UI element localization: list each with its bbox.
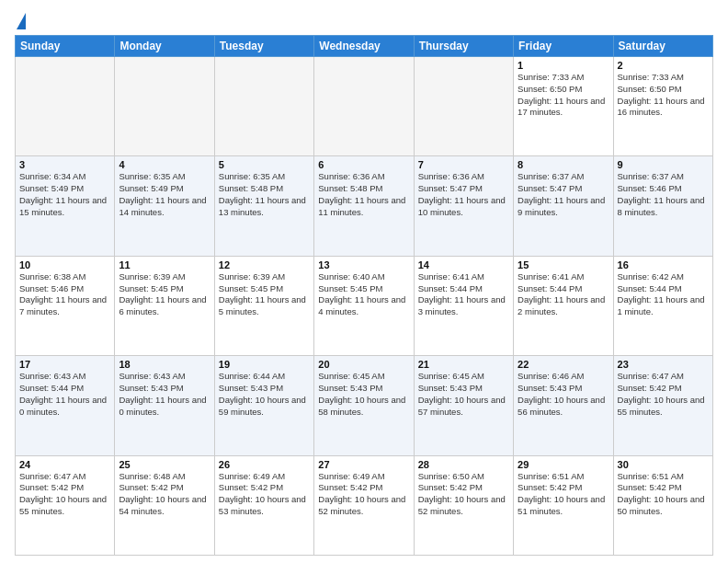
day-number: 14 [418, 259, 509, 270]
logo [15, 15, 26, 28]
day-number: 4 [119, 159, 210, 170]
day-info: Sunrise: 6:50 AM Sunset: 5:42 PM Dayligh… [418, 471, 509, 518]
day-number: 18 [119, 359, 210, 370]
day-info: Sunrise: 6:36 AM Sunset: 5:47 PM Dayligh… [418, 171, 509, 218]
day-cell: 30Sunrise: 6:51 AM Sunset: 5:42 PM Dayli… [613, 455, 712, 555]
calendar: SundayMondayTuesdayWednesdayThursdayFrid… [15, 35, 713, 556]
day-number: 27 [318, 459, 409, 470]
day-cell: 19Sunrise: 6:44 AM Sunset: 5:43 PM Dayli… [214, 356, 313, 455]
day-info: Sunrise: 7:33 AM Sunset: 6:50 PM Dayligh… [618, 72, 709, 119]
day-info: Sunrise: 6:37 AM Sunset: 5:47 PM Dayligh… [518, 171, 609, 218]
day-cell: 4Sunrise: 6:35 AM Sunset: 5:49 PM Daylig… [115, 156, 214, 256]
day-cell: 20Sunrise: 6:45 AM Sunset: 5:43 PM Dayli… [314, 356, 414, 455]
day-cell: 12Sunrise: 6:39 AM Sunset: 5:45 PM Dayli… [214, 256, 313, 355]
day-info: Sunrise: 6:34 AM Sunset: 5:49 PM Dayligh… [19, 171, 110, 218]
day-info: Sunrise: 6:46 AM Sunset: 5:43 PM Dayligh… [518, 371, 609, 418]
day-cell: 9Sunrise: 6:37 AM Sunset: 5:46 PM Daylig… [613, 156, 712, 256]
day-number: 12 [219, 259, 310, 270]
weekday-header-row: SundayMondayTuesdayWednesdayThursdayFrid… [16, 36, 713, 57]
day-cell [314, 57, 414, 156]
day-info: Sunrise: 6:43 AM Sunset: 5:43 PM Dayligh… [119, 371, 210, 418]
day-number: 2 [618, 60, 709, 71]
day-cell: 25Sunrise: 6:48 AM Sunset: 5:42 PM Dayli… [115, 455, 214, 555]
day-cell: 26Sunrise: 6:49 AM Sunset: 5:42 PM Dayli… [214, 455, 313, 555]
day-number: 19 [219, 359, 310, 370]
day-cell: 15Sunrise: 6:41 AM Sunset: 5:44 PM Dayli… [514, 256, 613, 355]
weekday-header-tuesday: Tuesday [214, 36, 313, 57]
day-cell: 18Sunrise: 6:43 AM Sunset: 5:43 PM Dayli… [115, 356, 214, 455]
day-info: Sunrise: 6:51 AM Sunset: 5:42 PM Dayligh… [618, 471, 709, 518]
day-info: Sunrise: 6:47 AM Sunset: 5:42 PM Dayligh… [618, 371, 709, 418]
day-number: 29 [518, 459, 609, 470]
day-cell: 21Sunrise: 6:45 AM Sunset: 5:43 PM Dayli… [414, 356, 513, 455]
day-cell [115, 57, 214, 156]
day-cell: 13Sunrise: 6:40 AM Sunset: 5:45 PM Dayli… [314, 256, 414, 355]
day-info: Sunrise: 6:49 AM Sunset: 5:42 PM Dayligh… [219, 471, 310, 518]
day-cell: 28Sunrise: 6:50 AM Sunset: 5:42 PM Dayli… [414, 455, 513, 555]
day-number: 22 [518, 359, 609, 370]
day-cell: 10Sunrise: 6:38 AM Sunset: 5:46 PM Dayli… [16, 256, 115, 355]
week-row-1: 1Sunrise: 7:33 AM Sunset: 6:50 PM Daylig… [16, 57, 713, 156]
week-row-3: 10Sunrise: 6:38 AM Sunset: 5:46 PM Dayli… [16, 256, 713, 355]
day-cell: 14Sunrise: 6:41 AM Sunset: 5:44 PM Dayli… [414, 256, 513, 355]
day-cell: 2Sunrise: 7:33 AM Sunset: 6:50 PM Daylig… [613, 57, 712, 156]
day-cell: 27Sunrise: 6:49 AM Sunset: 5:42 PM Dayli… [314, 455, 414, 555]
day-info: Sunrise: 6:42 AM Sunset: 5:44 PM Dayligh… [618, 271, 709, 318]
page: SundayMondayTuesdayWednesdayThursdayFrid… [0, 0, 728, 563]
day-number: 23 [618, 359, 709, 370]
header [15, 11, 713, 28]
day-info: Sunrise: 6:38 AM Sunset: 5:46 PM Dayligh… [19, 271, 110, 318]
day-number: 30 [618, 459, 709, 470]
day-cell: 7Sunrise: 6:36 AM Sunset: 5:47 PM Daylig… [414, 156, 513, 256]
day-info: Sunrise: 6:49 AM Sunset: 5:42 PM Dayligh… [318, 471, 409, 518]
day-cell: 1Sunrise: 7:33 AM Sunset: 6:50 PM Daylig… [514, 57, 613, 156]
day-cell: 29Sunrise: 6:51 AM Sunset: 5:42 PM Dayli… [514, 455, 613, 555]
day-number: 26 [219, 459, 310, 470]
day-cell: 6Sunrise: 6:36 AM Sunset: 5:48 PM Daylig… [314, 156, 414, 256]
day-number: 24 [19, 459, 110, 470]
day-cell [414, 57, 513, 156]
day-info: Sunrise: 6:40 AM Sunset: 5:45 PM Dayligh… [318, 271, 409, 318]
day-info: Sunrise: 6:43 AM Sunset: 5:44 PM Dayligh… [19, 371, 110, 418]
day-number: 3 [19, 159, 110, 170]
day-number: 8 [518, 159, 609, 170]
week-row-5: 24Sunrise: 6:47 AM Sunset: 5:42 PM Dayli… [16, 455, 713, 555]
day-number: 1 [518, 60, 609, 71]
day-number: 16 [618, 259, 709, 270]
day-number: 17 [19, 359, 110, 370]
weekday-header-friday: Friday [514, 36, 613, 57]
day-number: 6 [318, 159, 409, 170]
day-info: Sunrise: 6:39 AM Sunset: 5:45 PM Dayligh… [219, 271, 310, 318]
logo-triangle-icon [17, 13, 26, 29]
day-cell: 5Sunrise: 6:35 AM Sunset: 5:48 PM Daylig… [214, 156, 313, 256]
day-cell: 11Sunrise: 6:39 AM Sunset: 5:45 PM Dayli… [115, 256, 214, 355]
day-info: Sunrise: 6:51 AM Sunset: 5:42 PM Dayligh… [518, 471, 609, 518]
day-number: 20 [318, 359, 409, 370]
weekday-header-monday: Monday [115, 36, 214, 57]
day-info: Sunrise: 6:44 AM Sunset: 5:43 PM Dayligh… [219, 371, 310, 418]
day-info: Sunrise: 6:47 AM Sunset: 5:42 PM Dayligh… [19, 471, 110, 518]
day-cell: 17Sunrise: 6:43 AM Sunset: 5:44 PM Dayli… [16, 356, 115, 455]
day-info: Sunrise: 6:41 AM Sunset: 5:44 PM Dayligh… [518, 271, 609, 318]
day-info: Sunrise: 6:39 AM Sunset: 5:45 PM Dayligh… [119, 271, 210, 318]
day-info: Sunrise: 6:35 AM Sunset: 5:49 PM Dayligh… [119, 171, 210, 218]
day-cell: 16Sunrise: 6:42 AM Sunset: 5:44 PM Dayli… [613, 256, 712, 355]
day-number: 9 [618, 159, 709, 170]
day-cell: 22Sunrise: 6:46 AM Sunset: 5:43 PM Dayli… [514, 356, 613, 455]
day-info: Sunrise: 6:37 AM Sunset: 5:46 PM Dayligh… [618, 171, 709, 218]
day-info: Sunrise: 6:36 AM Sunset: 5:48 PM Dayligh… [318, 171, 409, 218]
day-number: 28 [418, 459, 509, 470]
day-info: Sunrise: 6:48 AM Sunset: 5:42 PM Dayligh… [119, 471, 210, 518]
day-number: 7 [418, 159, 509, 170]
day-info: Sunrise: 6:41 AM Sunset: 5:44 PM Dayligh… [418, 271, 509, 318]
day-number: 15 [518, 259, 609, 270]
day-cell: 24Sunrise: 6:47 AM Sunset: 5:42 PM Dayli… [16, 455, 115, 555]
week-row-4: 17Sunrise: 6:43 AM Sunset: 5:44 PM Dayli… [16, 356, 713, 455]
day-info: Sunrise: 6:35 AM Sunset: 5:48 PM Dayligh… [219, 171, 310, 218]
day-number: 21 [418, 359, 509, 370]
day-cell [16, 57, 115, 156]
day-info: Sunrise: 6:45 AM Sunset: 5:43 PM Dayligh… [318, 371, 409, 418]
day-cell: 3Sunrise: 6:34 AM Sunset: 5:49 PM Daylig… [16, 156, 115, 256]
day-cell: 8Sunrise: 6:37 AM Sunset: 5:47 PM Daylig… [514, 156, 613, 256]
weekday-header-wednesday: Wednesday [314, 36, 414, 57]
